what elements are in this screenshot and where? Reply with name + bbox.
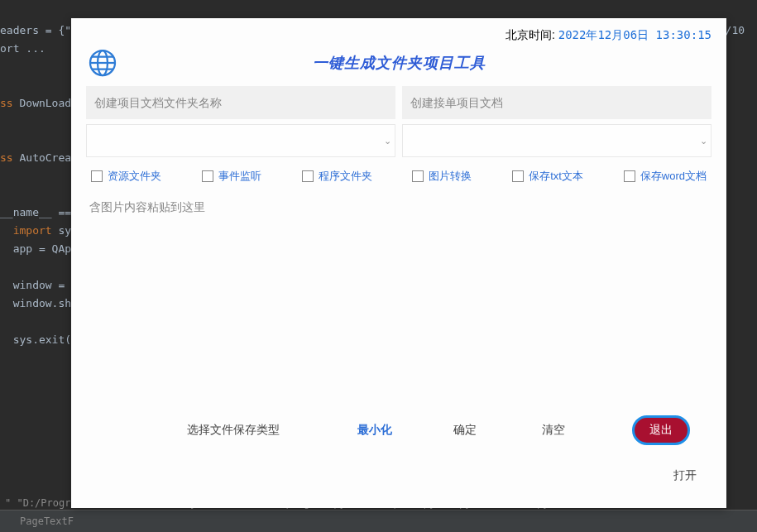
checkbox-input[interactable] — [91, 170, 103, 182]
project-folder-name-input[interactable] — [86, 86, 395, 119]
folder-tool-dialog: 北京时间: 2022年12月06日 13:30:15 一键生成文件夹项目工具 ⌄… — [71, 18, 726, 508]
time-label: 北京时间: — [505, 28, 555, 41]
checkbox-label: 保存word文档 — [640, 169, 707, 184]
minimize-button[interactable]: 最小化 — [347, 416, 402, 444]
checkbox-label: 图片转换 — [429, 169, 472, 184]
chevron-down-icon: ⌄ — [384, 136, 391, 146]
checkbox-save-word[interactable]: 保存word文档 — [624, 169, 707, 184]
time-value: 2022年12月06日 13:30:15 — [558, 28, 711, 41]
clear-button[interactable]: 清空 — [532, 416, 575, 444]
checkbox-input[interactable] — [624, 170, 635, 182]
checkbox-label: 程序文件夹 — [319, 169, 372, 184]
exit-button[interactable]: 退出 — [632, 415, 690, 445]
select-save-type-button[interactable]: 选择文件保存类型 — [177, 416, 290, 444]
checkbox-save-txt[interactable]: 保存txt文本 — [512, 169, 583, 184]
checkbox-label: 资源文件夹 — [108, 169, 161, 184]
open-button[interactable]: 打开 — [673, 468, 697, 482]
order-doc-combo[interactable]: ⌄ — [402, 124, 711, 157]
checkbox-input[interactable] — [202, 170, 213, 182]
checkbox-event-listener[interactable]: 事件监听 — [202, 169, 261, 184]
checkbox-input[interactable] — [412, 170, 424, 182]
order-doc-input[interactable] — [402, 86, 711, 119]
checkbox-image-convert[interactable]: 图片转换 — [412, 169, 472, 184]
chevron-down-icon: ⌄ — [700, 136, 707, 146]
checkbox-label: 事件监听 — [218, 169, 261, 184]
project-folder-combo[interactable]: ⌄ — [86, 124, 395, 157]
checkbox-resource-folder[interactable]: 资源文件夹 — [91, 169, 161, 184]
checkbox-program-folder[interactable]: 程序文件夹 — [302, 169, 372, 184]
globe-icon — [88, 48, 117, 78]
content-textarea[interactable] — [86, 195, 711, 395]
checkbox-label: 保存txt文本 — [529, 169, 583, 184]
confirm-button[interactable]: 确定 — [443, 416, 486, 444]
checkbox-input[interactable] — [302, 170, 314, 182]
checkbox-input[interactable] — [512, 170, 524, 182]
time-display: 北京时间: 2022年12月06日 13:30:15 — [71, 18, 726, 43]
tab-bar: PageTextF — [0, 510, 757, 532]
app-title: 一键生成文件夹项目工具 — [117, 53, 710, 73]
